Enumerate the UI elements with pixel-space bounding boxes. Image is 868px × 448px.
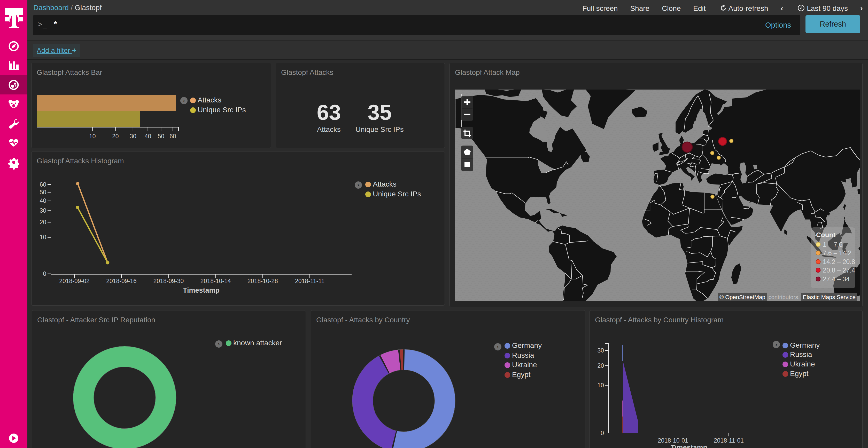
svg-text:2018-11-11: 2018-11-11 bbox=[295, 278, 324, 284]
svg-text:Timestamp: Timestamp bbox=[671, 444, 707, 448]
svg-text:50: 50 bbox=[39, 189, 46, 196]
svg-text:40: 40 bbox=[39, 198, 46, 204]
svg-text:0: 0 bbox=[43, 271, 46, 277]
svg-text:14.2 – 20.8: 14.2 – 20.8 bbox=[823, 258, 855, 265]
svg-text:60: 60 bbox=[39, 181, 46, 188]
svg-text:2018-09-02: 2018-09-02 bbox=[59, 278, 90, 284]
svg-text:60: 60 bbox=[169, 133, 176, 140]
svg-text:40: 40 bbox=[145, 133, 151, 140]
svg-text:Count: Count bbox=[816, 231, 835, 239]
svg-text:1 – 7.6: 1 – 7.6 bbox=[823, 241, 842, 248]
svg-text:2018-09-16: 2018-09-16 bbox=[106, 278, 137, 284]
svg-text:7.6 – 14.2: 7.6 – 14.2 bbox=[823, 249, 851, 256]
svg-text:27.4 – 34: 27.4 – 34 bbox=[823, 275, 850, 283]
svg-text:Timestamp: Timestamp bbox=[183, 286, 220, 294]
svg-text:2018-10-01: 2018-10-01 bbox=[658, 437, 688, 444]
svg-text:0: 0 bbox=[601, 430, 604, 436]
svg-text:30: 30 bbox=[39, 207, 46, 214]
svg-text:30: 30 bbox=[130, 133, 136, 140]
svg-text:10: 10 bbox=[597, 382, 604, 389]
svg-text:2018-10-14: 2018-10-14 bbox=[200, 278, 231, 284]
svg-text:20: 20 bbox=[112, 133, 119, 140]
svg-text:2018-11-01: 2018-11-01 bbox=[714, 437, 744, 444]
svg-text:2018-09-30: 2018-09-30 bbox=[153, 278, 184, 284]
svg-text:30: 30 bbox=[597, 347, 604, 354]
svg-text:20.8 – 27.4: 20.8 – 27.4 bbox=[823, 267, 855, 274]
svg-text:10: 10 bbox=[39, 234, 46, 241]
svg-text:10: 10 bbox=[89, 133, 96, 140]
svg-text:20: 20 bbox=[597, 362, 604, 369]
svg-text:20: 20 bbox=[39, 219, 46, 226]
svg-text:2018-10-28: 2018-10-28 bbox=[247, 278, 278, 284]
svg-text:50: 50 bbox=[158, 133, 164, 140]
